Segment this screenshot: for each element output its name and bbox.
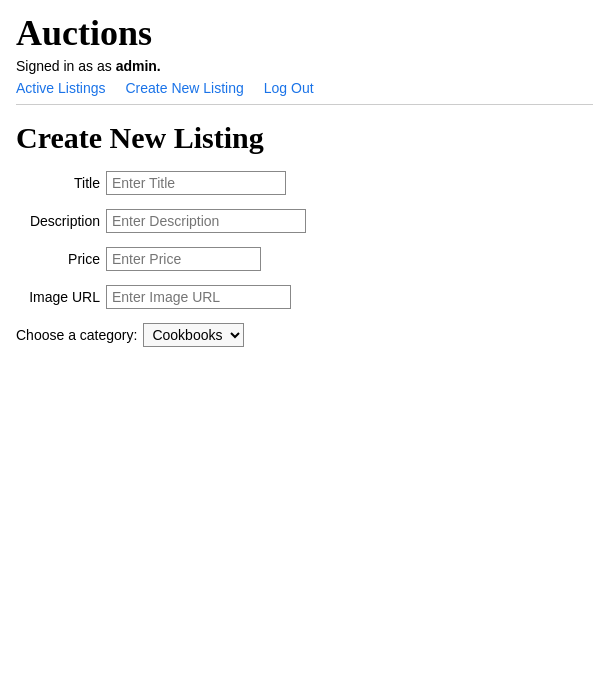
title-label: Title: [16, 175, 106, 191]
image-row: Image URL: [16, 285, 593, 309]
category-row: Choose a category: Cookbooks Electronics…: [16, 323, 593, 347]
app-title: Auctions: [16, 12, 593, 54]
signed-in-label: Signed in as: [16, 58, 93, 74]
username-label: admin.: [116, 58, 161, 74]
category-select[interactable]: Cookbooks Electronics Fashion Toys Books…: [143, 323, 244, 347]
price-row: Price: [16, 247, 593, 271]
create-listing-form: Title Description Price Image URL Choose…: [16, 171, 593, 347]
nav-active-listings[interactable]: Active Listings: [16, 80, 105, 96]
price-input[interactable]: [106, 247, 261, 271]
description-input[interactable]: [106, 209, 306, 233]
image-label: Image URL: [16, 289, 106, 305]
page-title: Create New Listing: [16, 121, 593, 155]
signed-in-info: Signed in as as admin.: [16, 58, 593, 74]
image-input[interactable]: [106, 285, 291, 309]
description-row: Description: [16, 209, 593, 233]
title-row: Title: [16, 171, 593, 195]
title-input[interactable]: [106, 171, 286, 195]
nav-create-listing[interactable]: Create New Listing: [125, 80, 243, 96]
description-label: Description: [16, 213, 106, 229]
category-label: Choose a category:: [16, 327, 137, 343]
nav-logout[interactable]: Log Out: [264, 80, 314, 96]
main-nav: Active Listings Create New Listing Log O…: [16, 80, 593, 96]
price-label: Price: [16, 251, 106, 267]
nav-divider: [16, 104, 593, 105]
